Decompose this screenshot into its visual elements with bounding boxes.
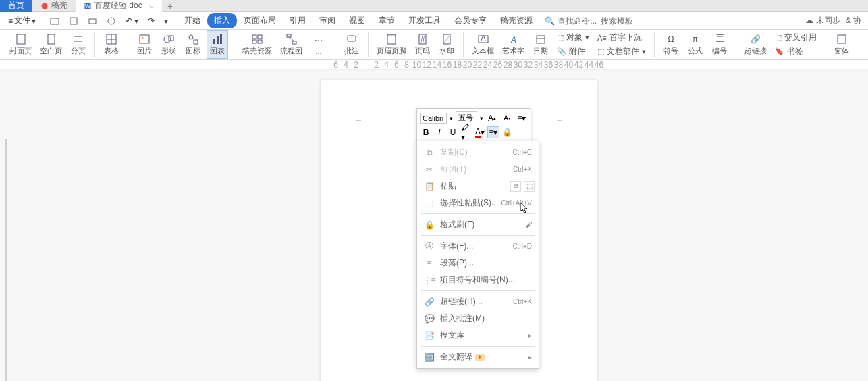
underline-button[interactable]: U — [447, 126, 459, 138]
ruler-tick: 30 — [513, 60, 523, 70]
bold-button[interactable]: B — [420, 126, 432, 138]
ribbon-bookmark[interactable]: 🔖 书签 — [772, 45, 819, 58]
preview-icon — [107, 16, 116, 26]
ribbon-blank[interactable]: 空白页 — [37, 30, 65, 59]
tab-close-icon[interactable]: ○ — [149, 1, 154, 11]
ribbon-textbox[interactable]: A文本框 — [469, 30, 497, 59]
tab-view[interactable]: 视图 — [342, 13, 372, 28]
ribbon-object[interactable]: ⬚ 对象 ▾ — [554, 31, 592, 44]
ribbon-pagenum[interactable]: #页码 — [412, 30, 433, 59]
svg-rect-14 — [140, 35, 149, 43]
wordart-label: 艺术字 — [502, 46, 524, 56]
dropdown-button[interactable]: ▾ — [160, 15, 172, 27]
undo-button[interactable]: ↶ ▾ — [121, 15, 142, 27]
tab-kedou[interactable]: 稿壳 — [32, 0, 76, 12]
lock-button[interactable]: 🔒 — [501, 126, 513, 138]
ribbon-number[interactable]: 一二编号 — [709, 30, 730, 59]
tab-review[interactable]: 审阅 — [313, 13, 342, 28]
ribbon-break[interactable]: 分页 — [67, 30, 89, 59]
ribbon-header[interactable]: 页眉页脚 — [374, 30, 409, 59]
ribbon-chart[interactable]: 图表 — [207, 30, 228, 59]
tab-section[interactable]: 章节 — [372, 13, 402, 28]
ctx-short-sentence[interactable]: 📑搜文库▸ — [417, 327, 539, 344]
tab-home[interactable]: 首页 — [0, 0, 32, 12]
tab-kedou-resource[interactable]: 稿壳资源 — [493, 13, 539, 28]
shrink-font-button[interactable]: A▾ — [501, 112, 513, 124]
list-button[interactable]: ≡▾ — [516, 112, 528, 124]
ribbon-formula[interactable]: π公式 — [684, 30, 706, 59]
ctx-bullets[interactable]: ⋮≡项目符号和编号(N)... — [417, 272, 539, 288]
ribbon-attach[interactable]: 📎 附件 — [554, 45, 592, 58]
tab-start[interactable]: 开始 — [178, 13, 207, 28]
svg-rect-8 — [48, 34, 55, 44]
text-cursor — [360, 121, 360, 130]
ribbon-wordart[interactable]: A艺术字 — [499, 30, 527, 59]
ctx-format-painter[interactable]: 🔒格式刷(F) 🖌 — [417, 216, 539, 233]
font-select[interactable]: Calibri — [420, 113, 447, 124]
ctx-paste-special[interactable]: ⬚选择性粘贴(S)...Ctrl+Alt+V — [417, 195, 539, 211]
ctx-hyperlink[interactable]: 🔗超链接(H)...Ctrl+K — [417, 293, 539, 310]
size-dropdown-icon[interactable]: ▾ — [480, 115, 483, 122]
font-color-button[interactable]: A▾ — [474, 126, 486, 138]
ribbon-hyperlink[interactable]: 🔗超链接 — [742, 30, 769, 59]
kedou-icon — [251, 33, 263, 45]
ribbon-capital[interactable]: A≡ 首字下沉 — [595, 31, 649, 44]
app-menu-button[interactable]: ≡ 文件 ▾ — [4, 14, 40, 28]
ribbon-parts[interactable]: ⬚ 文档部件 ▾ — [595, 45, 649, 58]
watermark-label: 水印 — [439, 46, 454, 56]
tab-devtools[interactable]: 开发工具 — [402, 13, 447, 28]
save-button[interactable] — [65, 15, 82, 27]
tab-reference[interactable]: 引用 — [283, 13, 313, 28]
tab-insert[interactable]: 插入 — [207, 13, 237, 28]
svg-rect-40 — [537, 36, 545, 43]
preview-button[interactable] — [103, 15, 120, 27]
svg-point-0 — [42, 3, 48, 9]
cooperate-button[interactable]: & 协 — [846, 15, 861, 26]
tab-layout[interactable]: 页面布局 — [237, 13, 283, 28]
svg-text:A: A — [510, 35, 516, 45]
font-dropdown-icon[interactable]: ▾ — [450, 115, 453, 122]
shape-label: 形状 — [161, 46, 176, 56]
ctx-paste[interactable]: 📋粘贴 ⧉ ⬚ — [417, 178, 539, 195]
highlight-button[interactable]: 🖍▾ — [460, 126, 472, 138]
sync-status[interactable]: ☁ 未同步 — [805, 15, 840, 26]
italic-button[interactable]: I — [433, 126, 445, 138]
ctx-insert-comment[interactable]: 💬插入批注(M) — [417, 310, 539, 327]
ctx-translate[interactable]: 🈁全文翻译✦▸ — [417, 349, 539, 365]
format-painter-extra[interactable]: 🖌 — [524, 220, 535, 230]
tab-member[interactable]: 会员专享 — [447, 13, 493, 28]
copy-label: 复制(C) — [440, 147, 468, 158]
ribbon-picture[interactable]: 图片 — [134, 30, 155, 59]
search-template-input[interactable] — [601, 16, 639, 26]
ribbon-cover[interactable]: 封面页 — [7, 30, 34, 59]
ribbon-symbol[interactable]: Ω符号 — [660, 30, 682, 59]
search-icon: 🔍 — [545, 16, 555, 26]
font-label: 字体(F)... — [440, 240, 473, 252]
ctx-paragraph[interactable]: ≡段落(P)... — [417, 255, 539, 272]
cover-label: 封面页 — [9, 46, 32, 56]
tab-doc[interactable]: W 百度经验.doc ○ — [76, 0, 162, 12]
ribbon-more[interactable]: ⋯... — [308, 30, 329, 59]
paste-option1-button[interactable]: ⧉ — [510, 181, 521, 192]
ribbon-sep — [234, 32, 234, 57]
open-button[interactable] — [46, 15, 63, 27]
align-button[interactable]: ≡▾ — [487, 126, 499, 138]
ctx-font[interactable]: Ⓐ字体(F)...Ctrl+D — [417, 238, 539, 255]
grow-font-button[interactable]: A▴ — [486, 112, 498, 124]
ribbon-table[interactable]: 表格 — [101, 30, 122, 59]
new-tab-button[interactable]: + — [167, 1, 173, 11]
redo-button[interactable]: ↷ — [144, 15, 159, 27]
ribbon-icon[interactable]: 图标 — [182, 30, 204, 59]
ribbon-date[interactable]: 日期 — [530, 30, 551, 59]
ribbon-kedou[interactable]: 稿壳资源 — [240, 30, 275, 59]
ribbon-flowchart[interactable]: 流程图 — [277, 30, 305, 59]
ribbon-annotation[interactable]: 批注 — [341, 30, 362, 59]
search-command-input[interactable] — [558, 16, 598, 26]
paste-option2-button[interactable]: ⬚ — [524, 181, 535, 192]
picture-label: 图片 — [137, 46, 152, 56]
ribbon-crossref[interactable]: ⬚ 交叉引用 — [772, 31, 819, 44]
print-button[interactable] — [84, 15, 101, 27]
ribbon-shape[interactable]: 形状 — [158, 30, 180, 59]
ribbon-window[interactable]: 窗体 — [831, 30, 852, 59]
ribbon-watermark[interactable]: 水印 — [436, 30, 458, 59]
